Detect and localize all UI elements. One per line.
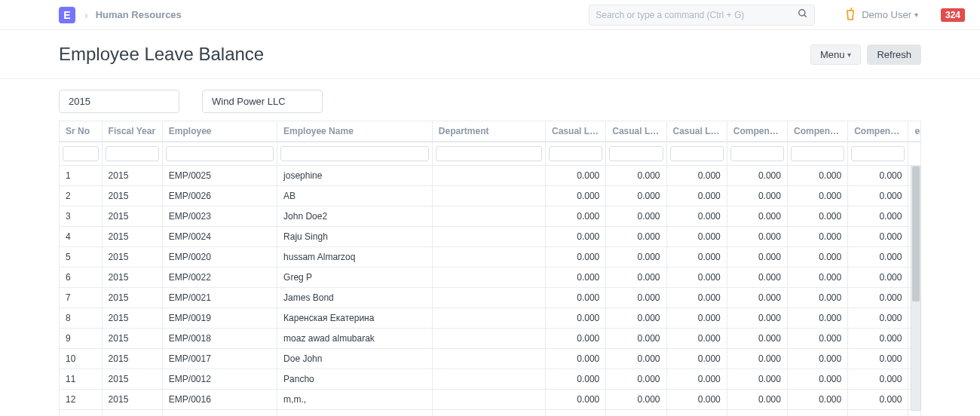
refresh-button[interactable]: Refresh — [867, 44, 921, 65]
data-grid: Sr NoFiscal YearEmployeeEmployee NameDep… — [59, 121, 921, 416]
search-input[interactable] — [596, 10, 798, 20]
cell-fy: 2015 — [103, 247, 163, 268]
column-filter-row — [59, 142, 921, 166]
cell-p1: 0.000 — [727, 308, 788, 329]
cell-emp: EMP/0021 — [163, 288, 277, 308]
search-box[interactable] — [589, 5, 815, 26]
table-row[interactable]: 122015EMP/0016m,m.,0.0000.0000.0000.0000… — [59, 390, 921, 410]
column-header-fy[interactable]: Fiscal Year — [103, 121, 163, 142]
cell-c3: 0.000 — [667, 410, 727, 416]
cell-emp: EMP/0018 — [163, 329, 277, 349]
column-filter-p3[interactable] — [848, 142, 908, 166]
cell-sr: 2 — [59, 186, 103, 206]
cell-dept — [433, 186, 546, 206]
column-header-c1[interactable]: Casual Le... — [546, 121, 606, 142]
scrollbar-thumb[interactable] — [912, 167, 920, 301]
table-row[interactable]: 72015EMP/0021James Bond0.0000.0000.0000.… — [59, 288, 921, 308]
table-row[interactable]: 62015EMP/0022Greg P0.0000.0000.0000.0000… — [59, 268, 921, 288]
cell-c3: 0.000 — [667, 166, 727, 186]
user-menu[interactable]: Demo User ▾ — [845, 7, 918, 23]
column-filter-input-c3[interactable] — [670, 146, 724, 161]
breadcrumb[interactable]: Human Resources — [96, 9, 182, 20]
column-filter-name[interactable] — [277, 142, 433, 166]
column-filter-input-name[interactable] — [280, 146, 429, 161]
column-filter-emp[interactable] — [163, 142, 277, 166]
column-filter-input-sr[interactable] — [63, 146, 99, 161]
column-filter-c2[interactable] — [606, 142, 666, 166]
column-header-emp[interactable]: Employee — [163, 121, 277, 142]
column-header-p3[interactable]: Compensa... — [848, 121, 908, 142]
column-filter-p2[interactable] — [788, 142, 848, 166]
cell-p2: 0.000 — [788, 369, 848, 390]
app-logo[interactable]: E — [59, 7, 75, 23]
cell-p3: 0.000 — [848, 186, 908, 206]
column-header-c2[interactable]: Casual Le... — [606, 121, 666, 142]
column-header-p2[interactable]: Compensa... — [788, 121, 848, 142]
column-filter-sr[interactable] — [59, 142, 103, 166]
table-row[interactable]: 82015EMP/0019Каренская Екатерина0.0000.0… — [59, 308, 921, 329]
cell-c1: 0.000 — [546, 329, 606, 349]
cell-p1: 0.000 — [727, 349, 788, 369]
cell-dept — [433, 308, 546, 329]
column-filter-input-p2[interactable] — [791, 146, 844, 161]
cell-p1: 0.000 — [727, 329, 788, 349]
vertical-scrollbar[interactable] — [911, 166, 921, 411]
cell-p3: 0.000 — [848, 369, 908, 390]
column-filter-input-p3[interactable] — [851, 146, 905, 161]
cell-fy: 2015 — [103, 308, 163, 329]
column-filter-em[interactable] — [908, 142, 921, 166]
column-header-p1[interactable]: Compensa... — [727, 121, 788, 142]
table-row[interactable]: 112015EMP/0012Pancho0.0000.0000.0000.000… — [59, 369, 921, 390]
column-header-sr[interactable]: Sr No — [59, 121, 103, 142]
table-row[interactable]: 52015EMP/0020hussam Almarzoq0.0000.0000.… — [59, 247, 921, 268]
cell-sr: 12 — [59, 390, 103, 410]
table-row[interactable]: 32015EMP/0023John Doe20.0000.0000.0000.0… — [59, 206, 921, 227]
cell-c2: 0.000 — [606, 227, 666, 247]
company-filter[interactable]: Wind Power LLC — [202, 90, 323, 113]
notification-badge[interactable]: 324 — [941, 8, 965, 22]
cell-c1: 0.000 — [546, 288, 606, 308]
cell-c1: 0.000 — [546, 247, 606, 268]
cell-fy: 2015 — [103, 227, 163, 247]
filter-bar: 2015 Wind Power LLC — [0, 79, 980, 121]
table-row[interactable]: 12015EMP/0025josephine0.0000.0000.0000.0… — [59, 166, 921, 186]
column-filter-input-emp[interactable] — [166, 146, 274, 161]
cell-c2: 0.000 — [606, 186, 666, 206]
table-row[interactable]: 102015EMP/0017Doe John0.0000.0000.0000.0… — [59, 349, 921, 369]
column-filter-c3[interactable] — [667, 142, 727, 166]
column-filter-dept[interactable] — [433, 142, 546, 166]
cell-c3: 0.000 — [667, 369, 727, 390]
column-filter-input-p1[interactable] — [730, 146, 784, 161]
fiscal-year-filter[interactable]: 2015 — [59, 90, 179, 113]
column-filter-input-c2[interactable] — [609, 146, 663, 161]
column-filter-p1[interactable] — [727, 142, 788, 166]
cell-emp: EMP/0012 — [163, 369, 277, 390]
cell-c2: 0.000 — [606, 410, 666, 416]
column-filter-input-dept[interactable] — [436, 146, 542, 161]
table-row[interactable]: 132015EMP/0015Chirag0.0000.0000.0000.000… — [59, 410, 921, 416]
cell-name: John Doe2 — [277, 206, 433, 227]
column-header-em[interactable]: em — [908, 121, 921, 142]
table-row[interactable]: 22015EMP/0026AB0.0000.0000.0000.0000.000… — [59, 186, 921, 206]
user-name-label: Demo User — [862, 9, 911, 20]
cell-c3: 0.000 — [667, 268, 727, 288]
cell-p3: 0.000 — [848, 410, 908, 416]
column-filter-input-c1[interactable] — [549, 146, 602, 161]
cell-fy: 2015 — [103, 329, 163, 349]
cell-p3: 0.000 — [848, 227, 908, 247]
cell-p2: 0.000 — [788, 390, 848, 410]
column-filter-c1[interactable] — [546, 142, 606, 166]
column-header-dept[interactable]: Department — [433, 121, 546, 142]
cell-c3: 0.000 — [667, 288, 727, 308]
cell-p3: 0.000 — [848, 390, 908, 410]
column-header-name[interactable]: Employee Name — [277, 121, 433, 142]
table-row[interactable]: 92015EMP/0018moaz awad almubarak0.0000.0… — [59, 329, 921, 349]
cell-emp: EMP/0022 — [163, 268, 277, 288]
column-header-c3[interactable]: Casual Le... — [667, 121, 727, 142]
cell-p2: 0.000 — [788, 186, 848, 206]
search-icon[interactable] — [798, 8, 808, 21]
column-filter-input-fy[interactable] — [106, 146, 159, 161]
column-filter-fy[interactable] — [103, 142, 163, 166]
table-row[interactable]: 42015EMP/0024Raju Singh0.0000.0000.0000.… — [59, 227, 921, 247]
menu-button[interactable]: Menu ▾ — [810, 44, 862, 65]
